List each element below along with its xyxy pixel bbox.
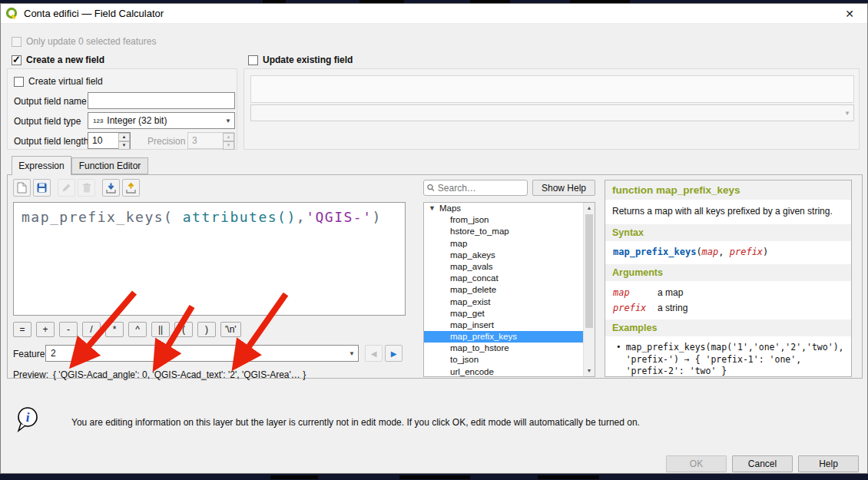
new-file-icon bbox=[17, 182, 27, 194]
spin-up-icon[interactable]: ▲ bbox=[118, 133, 130, 141]
feature-combo[interactable]: 2 ▼ bbox=[45, 345, 359, 362]
syntax-separator: , bbox=[718, 247, 729, 257]
function-item[interactable]: map_insert bbox=[424, 319, 583, 331]
edit-mode-notice: i You are editing information on this la… bbox=[16, 406, 640, 432]
close-icon[interactable]: ✕ bbox=[837, 5, 863, 23]
chevron-down-icon: ▼ bbox=[225, 113, 231, 128]
operator-divide-button[interactable]: / bbox=[82, 322, 101, 337]
precision-value: 3 bbox=[188, 133, 223, 148]
precision-spinner[interactable]: 3 ▲▼ bbox=[187, 132, 235, 149]
operator-close-paren-button[interactable]: ) bbox=[197, 322, 216, 337]
syntax-paren-close: ) bbox=[763, 247, 768, 257]
edit-mode-notice-text: You are editing information on this laye… bbox=[71, 406, 640, 428]
help-syntax-line: map_prefix_keys(map, prefix) bbox=[605, 241, 851, 264]
scroll-up-icon[interactable]: ▲ bbox=[584, 203, 595, 214]
argument-name: prefix bbox=[613, 303, 658, 313]
import-arrow-icon bbox=[106, 183, 116, 194]
spin-up-icon: ▲ bbox=[223, 133, 234, 141]
function-item-selected[interactable]: map_prefix_keys bbox=[424, 331, 583, 343]
background-artifact bbox=[399, 475, 470, 479]
create-virtual-field-checkbox[interactable] bbox=[14, 77, 24, 87]
tab-expression[interactable]: Expression bbox=[12, 156, 71, 175]
cancel-button[interactable]: Cancel bbox=[732, 455, 793, 472]
create-virtual-field-row: Create virtual field bbox=[14, 76, 103, 87]
output-field-length-spinner[interactable]: 10 ▲▼ bbox=[88, 132, 131, 149]
search-icon bbox=[427, 184, 435, 192]
output-field-name-input[interactable] bbox=[88, 92, 235, 109]
help-button[interactable]: Help bbox=[798, 455, 859, 472]
tree-scrollbar[interactable]: ▲ ▼ bbox=[583, 203, 595, 376]
function-search[interactable] bbox=[423, 180, 528, 196]
feature-value: 2 bbox=[51, 348, 56, 359]
only-update-selected-checkbox[interactable] bbox=[12, 37, 22, 47]
export-expressions-button[interactable] bbox=[122, 179, 140, 197]
create-new-field-label: Create a new field bbox=[26, 55, 104, 65]
spinner-arrows[interactable]: ▲▼ bbox=[118, 133, 130, 148]
function-item[interactable]: hstore_to_map bbox=[424, 226, 583, 237]
spin-down-icon[interactable]: ▼ bbox=[118, 141, 130, 150]
spinner-arrows: ▲▼ bbox=[223, 133, 234, 148]
tab-function-editor[interactable]: Function Editor bbox=[71, 157, 148, 174]
collapse-triangle-icon[interactable]: ▼ bbox=[429, 203, 436, 214]
previous-feature-button: ◀ bbox=[365, 345, 383, 362]
integer-type-icon: 123 bbox=[93, 118, 103, 124]
title-bar[interactable]: Conta edifici — Field Calculator ✕ bbox=[1, 4, 867, 24]
function-item[interactable]: map bbox=[424, 238, 583, 250]
output-field-type-label: Output field type bbox=[14, 116, 81, 127]
feature-label: Feature bbox=[13, 349, 45, 359]
output-field-length-value: 10 bbox=[88, 133, 118, 148]
function-item[interactable]: map_get bbox=[424, 308, 583, 319]
window-title: Conta edifici — Field Calculator bbox=[24, 8, 164, 19]
output-field-length-label: Output field length bbox=[14, 136, 88, 147]
tab-expression-label: Expression bbox=[18, 161, 64, 171]
search-input[interactable] bbox=[438, 183, 524, 194]
function-tree[interactable]: ▼ Maps from_json hstore_to_map map map_a… bbox=[423, 202, 595, 377]
update-existing-field-row: Update existing field bbox=[248, 55, 353, 65]
function-item[interactable]: to_json bbox=[424, 354, 583, 366]
function-item[interactable]: map_akeys bbox=[424, 250, 583, 261]
function-item[interactable]: map_avals bbox=[424, 261, 583, 273]
operator-open-paren-button[interactable]: ( bbox=[174, 322, 193, 337]
function-item[interactable]: from_json bbox=[424, 214, 583, 226]
operator-power-button[interactable]: ^ bbox=[128, 322, 147, 337]
new-expression-button[interactable] bbox=[13, 179, 31, 197]
info-icon: i bbox=[16, 406, 39, 432]
expression-paren-close: ) bbox=[373, 209, 382, 225]
preview-label: Preview: bbox=[13, 369, 48, 380]
scroll-down-icon[interactable]: ▼ bbox=[584, 366, 595, 376]
only-update-selected-row: Only update 0 selected features bbox=[12, 36, 156, 47]
tree-group-maps[interactable]: ▼ Maps bbox=[424, 203, 583, 214]
function-item[interactable]: map_concat bbox=[424, 273, 583, 284]
update-existing-field-checkbox[interactable] bbox=[248, 55, 258, 65]
operator-multiply-button[interactable]: * bbox=[105, 322, 124, 337]
operator-minus-button[interactable]: - bbox=[59, 322, 78, 337]
example-code: map_prefix_keys(map('1','one','2','two')… bbox=[626, 342, 845, 377]
show-help-label: Show Help bbox=[542, 183, 586, 194]
function-item[interactable]: map_exist bbox=[424, 296, 583, 308]
show-help-button[interactable]: Show Help bbox=[532, 180, 595, 196]
operator-newline-button[interactable]: '\n' bbox=[220, 322, 241, 337]
create-virtual-field-label: Create virtual field bbox=[28, 76, 103, 87]
operator-concat-button[interactable]: || bbox=[151, 322, 170, 337]
save-expression-button[interactable] bbox=[33, 179, 51, 197]
scrollbar-thumb[interactable] bbox=[585, 214, 593, 328]
operator-equals-button[interactable]: = bbox=[13, 322, 31, 337]
argument-name: map bbox=[613, 287, 658, 298]
help-examples-header: Examples bbox=[605, 319, 851, 336]
import-expressions-button[interactable] bbox=[102, 179, 120, 197]
expression-editor[interactable]: map_prefix_keys( attributes(),'QGIS-') bbox=[13, 202, 406, 316]
existing-field-combo: ▼ bbox=[250, 104, 854, 121]
argument-description: a map bbox=[658, 287, 683, 298]
output-field-type-combo[interactable]: 123 Integer (32 bit) ▼ bbox=[88, 112, 235, 129]
operator-plus-button[interactable]: + bbox=[36, 322, 55, 337]
next-feature-button[interactable]: ▶ bbox=[385, 345, 403, 362]
function-item[interactable]: map_to_hstore bbox=[424, 343, 583, 354]
export-arrow-icon bbox=[126, 183, 136, 194]
help-button-label: Help bbox=[819, 458, 838, 469]
ok-button[interactable]: OK bbox=[666, 455, 727, 472]
create-new-field-checkbox[interactable] bbox=[12, 55, 22, 65]
function-item[interactable]: map_delete bbox=[424, 284, 583, 296]
help-syntax-header: Syntax bbox=[605, 224, 851, 241]
function-item[interactable]: url_encode bbox=[424, 366, 583, 377]
expression-function: map_prefix_keys bbox=[22, 209, 164, 225]
